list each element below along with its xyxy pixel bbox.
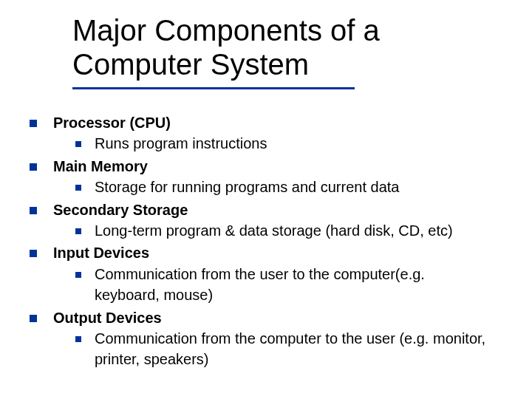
- bullet-icon: [75, 228, 81, 234]
- item-text: Storage for running programs and current…: [95, 177, 399, 197]
- item-heading: Secondary Storage: [53, 200, 188, 220]
- title-underline: [72, 87, 355, 89]
- slide-body: Processor (CPU) Runs program instruction…: [30, 111, 511, 370]
- title-line-1: Major Components of a: [72, 14, 380, 47]
- list-subitem: Storage for running programs and current…: [75, 177, 511, 197]
- item-text: Communication from the user to the compu…: [95, 264, 494, 306]
- item-text: Long-term program & data storage (hard d…: [95, 220, 453, 241]
- list-subitem: Communication from the computer to the u…: [75, 328, 511, 370]
- item-text: Communication from the computer to the u…: [95, 328, 494, 370]
- item-heading: Processor (CPU): [53, 112, 171, 133]
- slide-title: Major Components of a Computer System: [72, 13, 380, 81]
- list-item: Main Memory: [30, 156, 511, 177]
- title-line-2: Computer System: [72, 48, 309, 81]
- item-heading: Main Memory: [53, 156, 148, 177]
- list-item: Secondary Storage: [30, 200, 511, 220]
- bullet-icon: [75, 336, 81, 342]
- list-item: Input Devices: [30, 242, 511, 263]
- list-item: Processor (CPU): [30, 112, 511, 133]
- item-text: Runs program instructions: [95, 133, 267, 154]
- item-heading: Output Devices: [53, 307, 162, 328]
- bullet-icon: [75, 185, 81, 191]
- list-subitem: Runs program instructions: [75, 133, 511, 154]
- bullet-icon: [75, 141, 81, 147]
- bullet-icon: [30, 315, 37, 322]
- item-heading: Input Devices: [53, 242, 149, 263]
- slide: Major Components of a Computer System Pr…: [0, 0, 532, 399]
- bullet-icon: [30, 250, 37, 257]
- bullet-icon: [75, 272, 81, 278]
- bullet-icon: [30, 207, 37, 214]
- list-item: Output Devices: [30, 307, 511, 328]
- list-subitem: Communication from the user to the compu…: [75, 264, 511, 306]
- bullet-icon: [30, 163, 37, 171]
- bullet-icon: [30, 120, 37, 127]
- list-subitem: Long-term program & data storage (hard d…: [75, 220, 511, 241]
